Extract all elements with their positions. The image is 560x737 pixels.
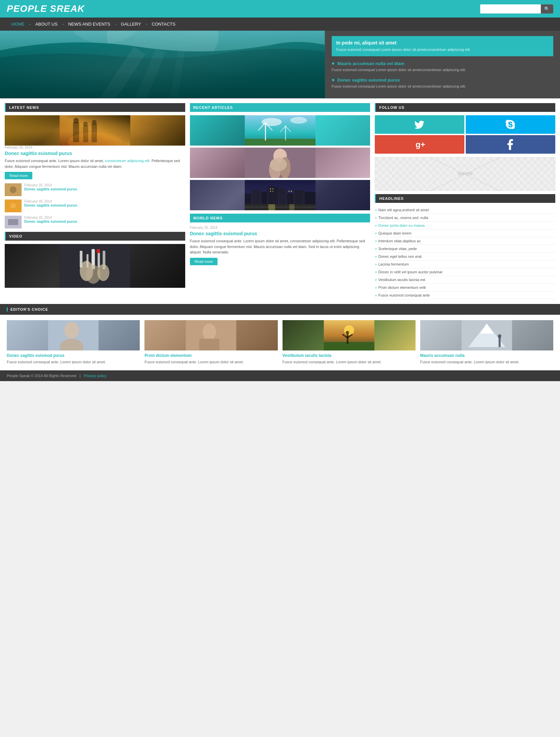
- google-plus-button[interactable]: g+: [375, 135, 464, 154]
- svg-point-33: [261, 118, 282, 126]
- small-news-3: February 26, 2014 Donec sagittis euismod…: [5, 216, 185, 228]
- headline-12[interactable]: Fusce euismod consequat ante: [375, 291, 555, 299]
- svg-line-5: [168, 51, 182, 98]
- headline-11-link[interactable]: Proin dictum elementum velit: [378, 285, 426, 289]
- left-column: LATEST NEWS: [5, 103, 185, 299]
- small-news-1-title[interactable]: Donec sagittis euismod purus: [24, 187, 77, 191]
- headline-9-link[interactable]: Donec in velit vel ipsum auctor pulvinar: [378, 270, 442, 274]
- headline-6-link[interactable]: Scelerisque vitae, pede: [378, 247, 417, 251]
- footer: People Speak © 2014 All Rights Reserved …: [0, 370, 560, 381]
- hero-highlight-title: In pede mi, aliquet sit amet: [336, 40, 549, 45]
- small-news-2: February 26, 2014 Donec sagittis euismod…: [5, 199, 185, 212]
- headline-6[interactable]: Scelerisque vitae, pede: [375, 245, 555, 253]
- svg-text:g+: g+: [416, 140, 425, 149]
- headline-12-link[interactable]: Fusce euismod consequat ante: [378, 293, 430, 297]
- svg-point-83: [345, 331, 349, 334]
- main-news-text: Fusce euismod consequat ante. Lorem ipsu…: [5, 158, 185, 169]
- editor-card-1: Donec sagittis euismod purus Fusce euism…: [7, 320, 140, 365]
- news-text-link[interactable]: consectetuer adipiscing elit.: [105, 159, 151, 163]
- headline-4-link[interactable]: Quisque diam lorem: [378, 231, 411, 235]
- svg-point-16: [10, 186, 17, 193]
- small-news-1: February 26, 2014 Donec sagittis euismod…: [5, 183, 185, 196]
- small-news-2-image: [5, 199, 22, 212]
- svg-point-88: [498, 334, 501, 338]
- editor-card-4-title: Mauris accumsan nulla: [420, 353, 553, 358]
- main-news-date: February 26, 2014: [5, 146, 185, 149]
- world-news-read-more[interactable]: Read more: [190, 258, 218, 265]
- headline-8[interactable]: Lacinia fermentum: [375, 260, 555, 268]
- editor-card-2-text: Fusce euismod consequat ante. Lorem ipsu…: [144, 360, 277, 365]
- world-news-title: Donec sagittis euismod purus: [190, 231, 370, 236]
- nav-contacts[interactable]: CONTACTS: [147, 18, 180, 31]
- world-news-text: Fusce euismod consequat ante. Lorem ipsu…: [190, 238, 370, 255]
- hero-item-2-title: Donec sagittis euismod purus: [337, 78, 400, 83]
- headline-4[interactable]: Quisque diam lorem: [375, 229, 555, 237]
- svg-rect-80: [347, 334, 348, 344]
- hero-highlight: In pede mi, aliquet sit amet Fusce euism…: [332, 36, 553, 56]
- headline-11[interactable]: Proin dictum elementum velit: [375, 284, 555, 291]
- headline-5[interactable]: Interdum vitae,dapibus ac: [375, 237, 555, 245]
- small-news-2-title[interactable]: Donec sagittis euismod purus: [24, 203, 77, 207]
- world-news-header: WORLD NEWS: [190, 214, 370, 222]
- headline-10-link[interactable]: Vestibulum iaculis lacinia est: [378, 278, 425, 282]
- site-logo: PEOPLE SREAK: [7, 3, 85, 14]
- skype-button[interactable]: [466, 115, 555, 134]
- follow-us-header: FOLLOW US: [375, 103, 555, 112]
- headline-1[interactable]: Nam elit agna,endrerit sit amet: [375, 206, 555, 214]
- headline-7-link[interactable]: Donec eget tellus non erat: [378, 254, 421, 258]
- svg-rect-31: [97, 249, 100, 253]
- svg-point-78: [344, 325, 354, 335]
- headline-8-link[interactable]: Lacinia fermentum: [378, 262, 409, 266]
- small-news-1-date: February 26, 2014: [24, 183, 77, 187]
- svg-rect-87: [498, 337, 500, 347]
- editor-card-4-image: [420, 320, 553, 350]
- main-news-title: Donec sagittis euismod purus: [5, 151, 185, 156]
- headlines-header: HEADLINES: [375, 194, 555, 203]
- advertisement: 364*269: [375, 157, 555, 191]
- headline-7[interactable]: Donec eget tellus non erat: [375, 253, 555, 260]
- search-input[interactable]: [480, 4, 541, 13]
- svg-point-9: [73, 118, 79, 123]
- svg-point-34: [290, 117, 307, 124]
- editor-card-1-title: Donec sagittis euismod purus: [7, 353, 140, 358]
- hero-item-2-text: Fusce euismod consequat Lorem ipsum dolo…: [332, 84, 553, 89]
- facebook-button[interactable]: [466, 135, 555, 154]
- headline-1-link[interactable]: Nam elit agna,endrerit sit amet: [378, 208, 429, 212]
- editor-card-3-image: [283, 320, 416, 350]
- headline-10[interactable]: Vestibulum iaculis lacinia est: [375, 276, 555, 284]
- editor-card-3-text: Fusce euismod consequat ante. Lorem ipsu…: [283, 360, 416, 365]
- search-button[interactable]: 🔍: [541, 4, 553, 13]
- svg-rect-20: [8, 219, 18, 225]
- svg-point-48: [270, 158, 287, 171]
- small-news-3-title[interactable]: Donec sagittis euismod purus: [24, 219, 77, 223]
- headline-5-link[interactable]: Interdum vitae,dapibus ac: [378, 239, 421, 243]
- nav-gallery[interactable]: GALLERY: [116, 18, 146, 31]
- main-news-read-more[interactable]: Read more: [5, 172, 32, 179]
- nav-news[interactable]: NEWS AND EVENTS: [63, 18, 115, 31]
- svg-rect-65: [291, 191, 292, 192]
- headline-9[interactable]: Donec in velit vel ipsum auctor pulvinar: [375, 268, 555, 276]
- social-grid: g+: [375, 115, 555, 154]
- svg-rect-63: [272, 191, 273, 192]
- editors-choice-bar: EDITOR'S CHOICE: [0, 304, 560, 315]
- privacy-link[interactable]: Privacy policy: [84, 374, 106, 378]
- hero-bullet-1: ●: [332, 60, 335, 66]
- svg-rect-59: [244, 207, 315, 208]
- twitter-button[interactable]: [375, 115, 464, 134]
- svg-point-13: [92, 120, 97, 125]
- headline-3-link[interactable]: Donec porta diam eu massa: [378, 223, 425, 227]
- nav-home[interactable]: HOME: [7, 18, 29, 31]
- world-news-section: WORLD NEWS February 26, 2014 Donec sagit…: [190, 214, 370, 265]
- hero-item-1-text: Fusce euismod consequat Lorem ipsum dolo…: [332, 67, 553, 72]
- video-image: [5, 244, 185, 288]
- svg-point-14: [68, 132, 122, 146]
- svg-line-4: [126, 51, 161, 98]
- video-section: VIDEO: [5, 232, 185, 288]
- hero-item-1-title: Mauris accumsan nulla vel diam: [337, 61, 404, 66]
- nav-about[interactable]: ABOUT US: [31, 18, 62, 31]
- headline-2[interactable]: Tincidunt ac, viverra sed. nulla: [375, 214, 555, 222]
- headline-2-link[interactable]: Tincidunt ac, viverra sed. nulla: [378, 216, 428, 220]
- headline-3[interactable]: Donec porta diam eu massa: [375, 222, 555, 229]
- hero-image: [0, 31, 325, 98]
- small-news-3-image: [5, 216, 22, 228]
